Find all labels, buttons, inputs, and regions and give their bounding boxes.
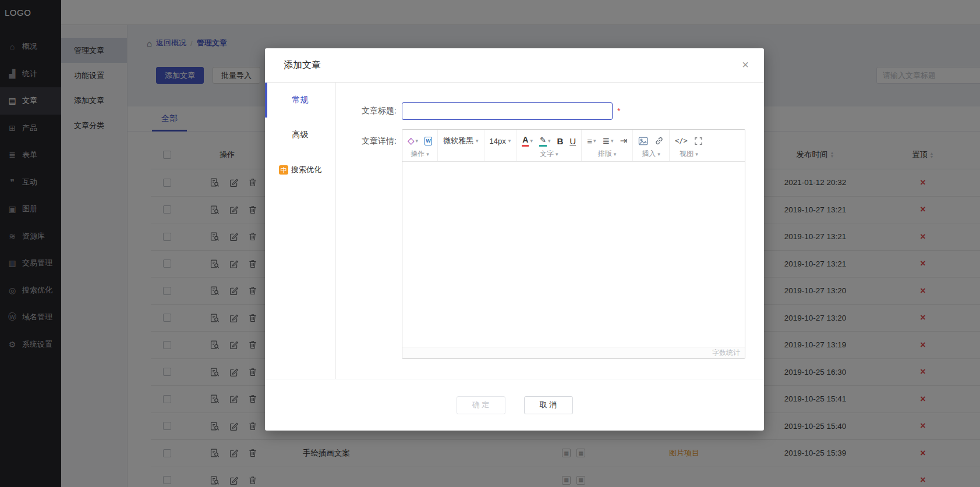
caret-down-icon: ▾ (657, 151, 660, 157)
cancel-button[interactable]: 取 消 (524, 396, 573, 414)
article-title-label: 文章标题: (358, 106, 397, 116)
toolbar-group-insert: 插入 ▾ (633, 130, 670, 161)
rich-text-editor: ◇ ▾ W 操作 ▾ (402, 129, 745, 359)
caret-down-icon: ▾ (614, 151, 617, 157)
caret-down-icon: ▾ (556, 151, 558, 157)
insert-link-button[interactable] (654, 136, 664, 145)
font-family-select[interactable]: 微软雅黑 ▾ (443, 136, 479, 146)
article-title-input[interactable] (402, 102, 613, 120)
caret-down-icon: ▾ (416, 138, 419, 144)
indent-button[interactable]: ⇥ (620, 136, 628, 146)
link-icon (654, 136, 664, 145)
modal-tab-advanced[interactable]: 高级 (265, 118, 335, 152)
format-clear-button[interactable]: ◇ ▾ (408, 136, 418, 146)
highlight-color-button[interactable]: ✎ ▾ (539, 136, 550, 147)
list-icon: ≣ (602, 136, 610, 146)
modal-tab-general[interactable]: 常规 (265, 83, 335, 118)
modal-title: 添加文章 (284, 59, 321, 72)
caret-down-icon: ▾ (476, 138, 479, 144)
code-view-button[interactable]: </> (675, 137, 688, 145)
caret-down-icon: ▾ (426, 151, 429, 157)
caret-down-icon: ▾ (611, 138, 614, 144)
editor-toolbar: ◇ ▾ W 操作 ▾ (402, 130, 745, 162)
article-detail-label: 文章详情: (358, 136, 397, 147)
caret-down-icon: ▾ (593, 138, 596, 144)
word-doc-icon: W (424, 137, 432, 145)
modal-nav: 常规 高级 中 搜索优化 (265, 83, 336, 379)
required-asterisk: * (617, 106, 620, 116)
caret-down-icon: ▾ (508, 138, 511, 144)
toolbar-group-font-family: 微软雅黑 ▾ (438, 130, 484, 161)
editor-status-bar: 字数统计 (402, 347, 745, 358)
toolbar-group-label-text[interactable]: 文字 ▾ (540, 149, 558, 159)
font-color-icon: A (522, 135, 529, 147)
toolbar-group-layout: ≡ ▾ ≣ ▾ ⇥ (582, 130, 633, 161)
underline-button[interactable]: U (569, 136, 576, 146)
caret-down-icon: ▾ (548, 138, 551, 144)
confirm-button[interactable]: 确 定 (457, 396, 505, 414)
modal-header: 添加文章 × (265, 48, 764, 83)
toolbar-group-label-view[interactable]: 视图 ▾ (680, 149, 698, 159)
toolbar-group-label-operate[interactable]: 操作 ▾ (411, 149, 429, 159)
fullscreen-button[interactable] (694, 137, 703, 145)
font-color-button[interactable]: A ▾ (522, 135, 533, 147)
list-button[interactable]: ≣ ▾ (602, 136, 613, 146)
toolbar-group-font-size: 14px ▾ (484, 130, 517, 161)
add-article-modal: 添加文章 × 常规 高级 中 搜索优化 文章标题: * (265, 48, 764, 431)
title-field-row: 文章标题: * (358, 102, 745, 120)
bold-button[interactable]: B (557, 136, 563, 146)
toolbar-group-operate: ◇ ▾ W 操作 ▾ (402, 130, 438, 161)
modal-body: 常规 高级 中 搜索优化 文章标题: * 文章详情: (265, 83, 764, 379)
modal-tab-seo[interactable]: 中 搜索优化 (265, 152, 335, 187)
align-button[interactable]: ≡ ▾ (587, 136, 596, 146)
detail-field-row: 文章详情: ◇ ▾ W (358, 129, 745, 359)
fullscreen-icon (694, 137, 703, 145)
toolbar-group-label-layout[interactable]: 排版 ▾ (598, 149, 617, 159)
caret-down-icon: ▾ (530, 138, 533, 144)
close-icon[interactable]: × (742, 58, 749, 72)
seo-icon: 中 (279, 165, 288, 175)
editor-body[interactable] (402, 162, 745, 347)
modal-form: 文章标题: * 文章详情: ◇ ▾ (336, 83, 764, 379)
highlight-pen-icon: ✎ (539, 136, 547, 147)
font-size-select[interactable]: 14px ▾ (490, 137, 511, 145)
toolbar-group-label-insert[interactable]: 插入 ▾ (642, 149, 660, 159)
caret-down-icon: ▾ (695, 151, 698, 157)
toolbar-group-view: </> 视图 ▾ (670, 130, 708, 161)
image-icon (638, 137, 648, 145)
modal-footer: 确 定 取 消 (265, 379, 764, 431)
insert-image-button[interactable] (638, 137, 648, 145)
align-icon: ≡ (587, 136, 592, 146)
app-root: LOGO ⌂ 概况 ▟ 统计 ▤ 文章 ⊞ 产品 ≣ 表单 ❞ 互动 ▣ 图册 … (0, 0, 980, 487)
indent-icon: ⇥ (620, 136, 628, 146)
toolbar-group-text: A ▾ ✎ ▾ B U (516, 130, 582, 161)
word-count-label: 字数统计 (712, 348, 740, 358)
format-clear-icon: ◇ (408, 136, 415, 146)
word-import-button[interactable]: W (424, 137, 432, 145)
